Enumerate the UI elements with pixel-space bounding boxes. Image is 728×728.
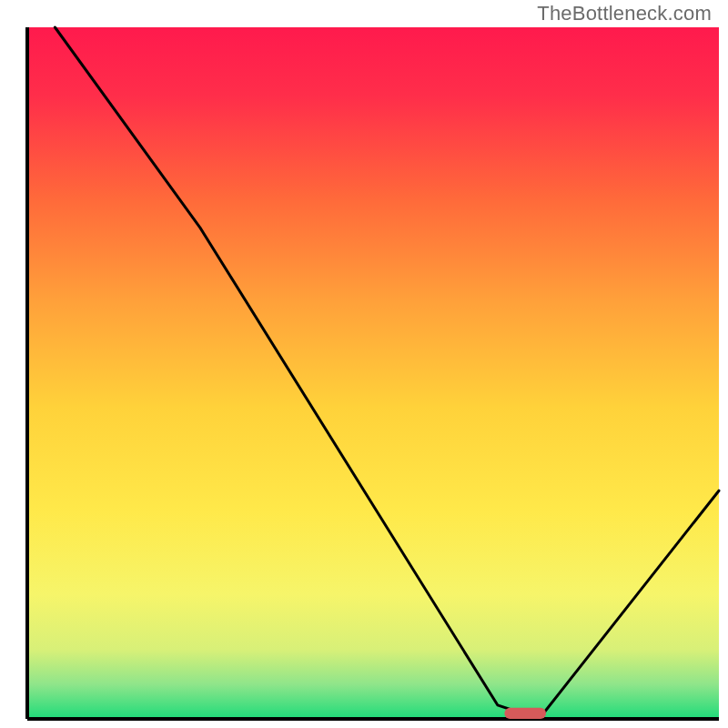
watermark-text: TheBottleneck.com: [537, 2, 712, 25]
bottleneck-chart: [0, 0, 728, 728]
optimal-marker: [504, 708, 546, 719]
